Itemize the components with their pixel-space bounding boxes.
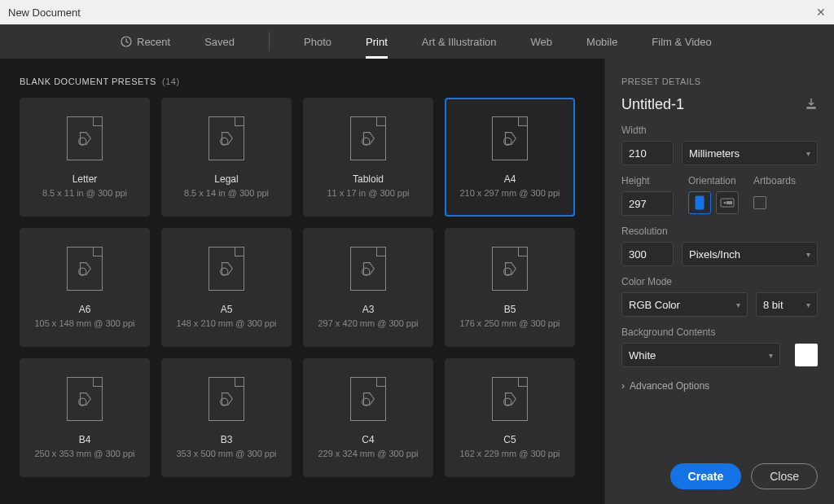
document-icon	[492, 116, 528, 160]
category-tabs: Recent Saved Photo Print Art & Illustrat…	[0, 24, 834, 59]
preset-card[interactable]: Letter8.5 x 11 in @ 300 ppi	[20, 98, 150, 217]
preset-name: B3	[221, 434, 233, 445]
preset-dims: 176 x 250 mm @ 300 ppi	[459, 318, 560, 328]
document-icon	[67, 116, 103, 160]
svg-rect-18	[726, 201, 732, 204]
preset-name: C4	[362, 434, 374, 445]
preset-dims: 353 x 500 mm @ 300 ppi	[176, 449, 276, 458]
colormode-value: RGB Color	[629, 299, 680, 311]
window-title: New Document	[8, 7, 81, 19]
footer-actions: Create Close	[670, 463, 818, 489]
document-icon	[492, 377, 528, 421]
document-icon	[208, 116, 244, 160]
background-swatch[interactable]	[795, 344, 818, 366]
chevron-down-icon: ▾	[769, 351, 773, 360]
preset-name: A4	[504, 173, 516, 185]
preset-dims: 8.5 x 14 in @ 300 ppi	[184, 188, 269, 198]
preset-dims: 210 x 297 mm @ 300 ppi	[459, 188, 560, 198]
tab-label: Art & Illustration	[422, 36, 497, 48]
resolution-value: 300	[629, 248, 647, 261]
orientation-landscape[interactable]	[716, 191, 739, 214]
preset-card[interactable]: A3297 x 420 mm @ 300 ppi	[303, 228, 433, 347]
colordepth-value: 8 bit	[763, 299, 784, 311]
colormode-select[interactable]: RGB Color ▾	[621, 292, 748, 317]
close-button[interactable]: Close	[751, 463, 818, 489]
preset-dims: 11 x 17 in @ 300 ppi	[327, 188, 409, 198]
presets-header-label: BLANK DOCUMENT PRESETS	[20, 77, 156, 86]
preset-card[interactable]: A5148 x 210 mm @ 300 ppi	[161, 228, 292, 347]
document-icon	[208, 247, 244, 291]
clock-icon	[121, 36, 132, 47]
preset-card[interactable]: Tabloid11 x 17 in @ 300 ppi	[303, 98, 433, 217]
preset-card[interactable]: Legal8.5 x 14 in @ 300 ppi	[161, 98, 292, 217]
tab-label: Web	[531, 36, 553, 48]
presets-panel: BLANK DOCUMENT PRESETS (14) Letter8.5 x …	[0, 59, 604, 504]
tab-mobile[interactable]: Mobile	[586, 24, 617, 59]
preset-dims: 105 x 148 mm @ 300 ppi	[34, 318, 134, 328]
chevron-down-icon: ▾	[806, 149, 810, 158]
background-select[interactable]: White ▾	[621, 343, 780, 367]
presets-scroll[interactable]: Letter8.5 x 11 in @ 300 ppiLegal8.5 x 14…	[20, 98, 604, 497]
preset-dims: 162 x 229 mm @ 300 ppi	[459, 449, 560, 458]
svg-point-17	[724, 202, 726, 204]
height-value: 297	[629, 198, 647, 210]
tab-photo[interactable]: Photo	[304, 24, 331, 59]
tab-label: Recent	[137, 36, 170, 48]
preset-dims: 297 x 420 mm @ 300 ppi	[318, 318, 418, 328]
document-title[interactable]: Untitled-1	[621, 96, 684, 113]
height-input[interactable]: 297	[621, 191, 674, 216]
preset-name: Letter	[72, 173, 98, 185]
preset-card[interactable]: A4210 x 297 mm @ 300 ppi	[445, 98, 575, 217]
width-input[interactable]: 210	[621, 141, 674, 165]
resolution-input[interactable]: 300	[621, 242, 674, 266]
document-icon	[67, 247, 103, 291]
svg-point-14	[699, 199, 701, 201]
width-label: Width	[621, 125, 818, 136]
preset-card[interactable]: B3353 x 500 mm @ 300 ppi	[161, 358, 292, 477]
tab-art[interactable]: Art & Illustration	[422, 24, 497, 59]
background-value: White	[629, 349, 656, 362]
preset-card[interactable]: B4250 x 353 mm @ 300 ppi	[20, 358, 150, 477]
chevron-down-icon: ▾	[736, 300, 740, 309]
titlebar: New Document ✕	[0, 0, 834, 24]
tab-print[interactable]: Print	[366, 24, 388, 59]
tab-film[interactable]: Film & Video	[652, 24, 711, 59]
unit-value: Millimeters	[689, 147, 740, 160]
document-icon	[208, 377, 244, 421]
preset-dims: 229 x 324 mm @ 300 ppi	[318, 449, 418, 458]
main-area: BLANK DOCUMENT PRESETS (14) Letter8.5 x …	[0, 59, 834, 504]
preset-name: A5	[221, 304, 233, 315]
tab-web[interactable]: Web	[531, 24, 553, 59]
tab-saved[interactable]: Saved	[204, 24, 235, 59]
orientation-label: Orientation	[688, 175, 739, 186]
preset-card[interactable]: A6105 x 148 mm @ 300 ppi	[20, 228, 150, 347]
tab-label: Mobile	[586, 36, 617, 48]
presets-count: (14)	[162, 77, 180, 86]
preset-dims: 250 x 353 mm @ 300 ppi	[34, 449, 134, 458]
document-icon	[492, 247, 528, 291]
background-label: Background Contents	[621, 327, 818, 338]
save-preset-icon[interactable]	[805, 97, 818, 112]
resolution-label: Resolution	[621, 226, 818, 237]
artboards-checkbox[interactable]	[753, 196, 766, 209]
document-icon	[350, 247, 386, 291]
preset-card[interactable]: C5162 x 229 mm @ 300 ppi	[445, 358, 575, 477]
document-icon	[67, 377, 103, 421]
preset-name: C5	[503, 434, 516, 445]
close-icon[interactable]: ✕	[816, 6, 826, 19]
preset-card[interactable]: C4229 x 324 mm @ 300 ppi	[303, 358, 433, 477]
tab-recent[interactable]: Recent	[121, 24, 170, 59]
resolution-unit: Pixels/Inch	[689, 248, 740, 261]
preset-name: A3	[362, 304, 375, 315]
resolution-unit-select[interactable]: Pixels/Inch ▾	[682, 242, 818, 266]
advanced-options-toggle[interactable]: › Advanced Options	[621, 380, 818, 392]
preset-grid: Letter8.5 x 11 in @ 300 ppiLegal8.5 x 14…	[20, 98, 590, 477]
colordepth-select[interactable]: 8 bit ▾	[756, 292, 818, 317]
orientation-portrait[interactable]	[688, 191, 711, 214]
unit-select[interactable]: Millimeters ▾	[682, 141, 818, 165]
artboards-label: Artboards	[753, 175, 796, 186]
preset-name: B4	[79, 434, 91, 445]
create-button[interactable]: Create	[670, 463, 742, 489]
tab-label: Photo	[304, 36, 331, 48]
preset-card[interactable]: B5176 x 250 mm @ 300 ppi	[445, 228, 575, 347]
